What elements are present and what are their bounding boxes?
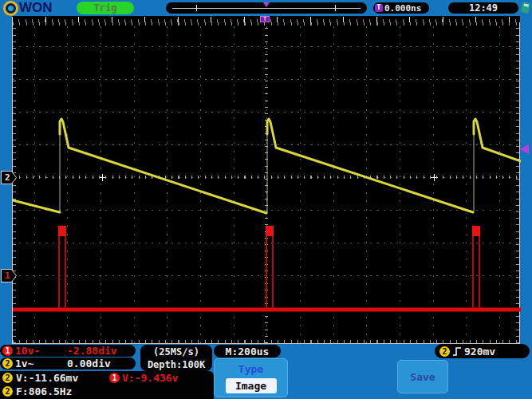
acquisition-info: (25MS/s) Depth:100K [140,345,212,371]
logo-text: WON [19,0,53,16]
clock: 12:49 [448,2,518,14]
ch1-scale-value: 10v- [15,345,40,357]
ch2-badge: 2 [2,373,13,383]
ch1-scale-pill: 1 10v- -2.88div [0,345,136,357]
ch2-scale-value: 1v~ [15,358,33,369]
measurement-row-2: 2 F:806.5Hz [0,385,214,398]
logo-ring-icon [3,1,18,16]
type-value: Image [226,378,277,393]
ch2-offset-value: 0.00div [67,358,111,369]
ch1-badge: 1 [2,346,13,356]
ch1-offset-value: -2.88div [67,345,117,357]
record-depth: Depth:100K [140,358,212,371]
waveform-traces [13,22,521,344]
ch2-voltage-value: V:-11.66mv [16,372,78,384]
trigger-time-value: 0.000ns [384,3,421,14]
record-window-left-bracket [196,5,197,11]
trigger-source-badge: 2 [439,346,450,357]
type-label: Type [215,363,287,375]
owon-logo: WON [3,1,53,15]
record-position-bar[interactable] [166,2,367,14]
ch1-voltage-value: V:-9.436v [122,372,178,384]
measurement-row-1: 2 V:-11.66mv 1 V:-9.436v [0,371,214,385]
ch2-badge: 2 [2,358,13,369]
measurements-block: 2 V:-11.66mv 1 V:-9.436v 2 F:806.5Hz [0,371,214,399]
trigger-t-icon: T [375,4,383,12]
trigger-info-pill: 2 920mv [435,344,530,358]
top-bar: WON Trig T 0.000ns 12:49 [0,0,532,16]
trigger-time-pill: T 0.000ns [373,2,429,14]
sample-rate: (25MS/s) [140,346,212,358]
ch2-badge: 2 [2,386,13,397]
trigger-position-marker[interactable]: T [260,16,270,22]
record-bar-line [172,8,361,9]
type-menu-button[interactable]: Type Image [214,358,288,397]
timebase-pill: M:200us [214,345,281,358]
ch2-frequency-value: F:806.5Hz [16,385,72,397]
trig-status-button[interactable]: Trig [77,2,134,14]
waveform-grid [12,22,520,344]
trigger-level-arrow[interactable] [520,144,529,154]
usb-device-icon [521,2,531,14]
record-trigger-marker-icon [263,2,270,7]
trigger-level-value: 920mv [464,346,495,358]
save-button[interactable]: Save [397,360,448,393]
rising-edge-icon [452,346,462,357]
oscilloscope-screen: WON Trig T 0.000ns 12:49 T 2 1 [0,0,532,399]
record-window-right-bracket [335,5,336,11]
ch2-scale-pill: 2 1v~ 0.00div [0,358,136,369]
ch1-badge: 1 [109,373,120,383]
